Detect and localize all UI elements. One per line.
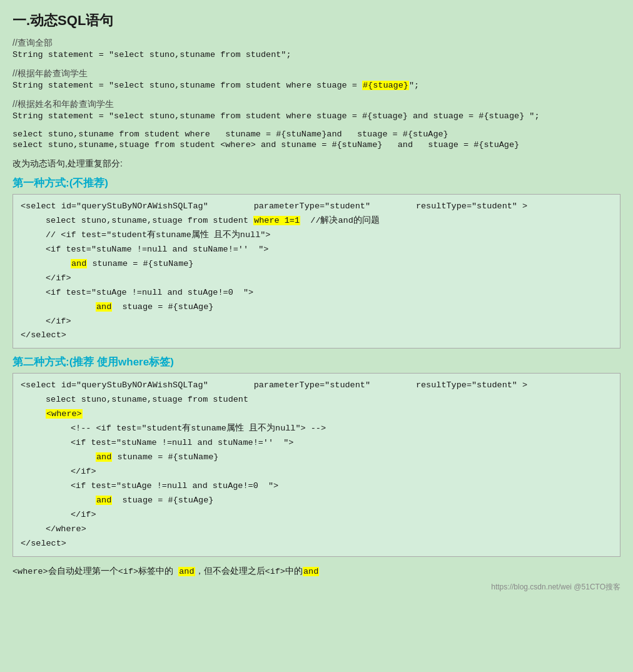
code-query-all: String statement = "select stuno,stuname… — [13, 50, 620, 59]
where-1-1-highlight: where 1=1 — [253, 216, 300, 225]
m2-where-highlight: <where> — [46, 409, 83, 419]
m1-line9: </if> — [46, 315, 612, 329]
method1-title: 第一种方式:(不推荐) — [13, 176, 620, 190]
m2-and-highlight1: and — [96, 452, 112, 462]
extra-lines: select stuno,stuname from student where … — [13, 130, 620, 150]
m1-line3: // <if test="student有stuname属性 且不为null"> — [46, 228, 612, 243]
footer-note: <where>会自动处理第一个<if>标签中的 and，但不会处理之后<if>中… — [13, 566, 620, 577]
m1-line10: </select> — [21, 328, 612, 343]
page-title: 一.动态SQL语句 — [13, 11, 620, 30]
section-query-age: //根据年龄查询学生 String statement = "select st… — [13, 68, 620, 90]
m2-and-highlight2: and — [96, 496, 112, 505]
m1-line6: </if> — [46, 272, 612, 286]
comment-query-age: //根据年龄查询学生 — [13, 68, 620, 79]
comment-query-all: //查询全部 — [13, 38, 620, 49]
m2-line9: and stuage = #{stuAge} — [96, 494, 612, 508]
m2-line5: <if test="stuName !=null and stuName!=''… — [71, 436, 612, 451]
highlight-stuage: #{stuage} — [362, 81, 409, 90]
m1-line4: <if test="stuName !=null and stuName!=''… — [46, 243, 612, 257]
method2-code-block: <select id="queryStuByNOrAWishSQLTag" pa… — [13, 373, 620, 556]
m1-and-highlight2: and — [96, 302, 112, 312]
method1-code-block: <select id="queryStuByNOrAWishSQLTag" pa… — [13, 194, 620, 349]
m1-line8: and stuage = #{stuAge} — [96, 300, 612, 315]
m2-line7: </if> — [71, 465, 612, 479]
m2-line8: <if test="stuAge !=null and stuAge!=0 "> — [71, 479, 612, 494]
m1-and-highlight: and — [71, 259, 87, 268]
extra-line-1: select stuno,stuname from student where … — [13, 130, 620, 139]
m2-line6: and stuname = #{stuName} — [96, 451, 612, 465]
m2-line2: select stuno,stuname,stuage from student — [46, 393, 612, 407]
m1-line5: and stuname = #{stuName} — [71, 257, 612, 272]
m1-line7: <if test="stuAge !=null and stuAge!=0 "> — [46, 286, 612, 300]
m1-line1: <select id="queryStuByNOrAWishSQLTag" pa… — [21, 200, 612, 214]
method2-title: 第二种方式:(推荐 使用where标签) — [13, 355, 620, 369]
code-query-name-age: String statement = "select stuno,stuname… — [13, 111, 620, 121]
section-query-name-age: //根据姓名和年龄查询学生 String statement = "select… — [13, 99, 620, 121]
m2-line1: <select id="queryStuByNOrAWishSQLTag" pa… — [21, 379, 612, 393]
m1-line2: select stuno,stuname,stuage from student… — [46, 214, 612, 228]
m2-line10: </if> — [71, 508, 612, 522]
desc-text: 改为动态语句,处理重复部分: — [13, 158, 620, 170]
m2-line12: </select> — [21, 537, 612, 551]
footer-and-highlight2: and — [303, 567, 319, 576]
watermark: https://blog.csdn.net/wei @51CTO搜客 — [13, 582, 620, 593]
m2-line4: <!-- <if test="student有stuname属性 且不为null… — [71, 422, 612, 436]
code-query-age: String statement = "select stuno,stuname… — [13, 81, 620, 90]
m2-line11: </where> — [46, 522, 612, 537]
comment-query-name-age: //根据姓名和年龄查询学生 — [13, 99, 620, 110]
section-query-all: //查询全部 String statement = "select stuno,… — [13, 38, 620, 59]
extra-line-2: select stuno,stuname,stuage from student… — [13, 140, 620, 150]
footer-and-highlight1: and — [178, 567, 195, 576]
m2-line3: <where> — [46, 407, 612, 422]
